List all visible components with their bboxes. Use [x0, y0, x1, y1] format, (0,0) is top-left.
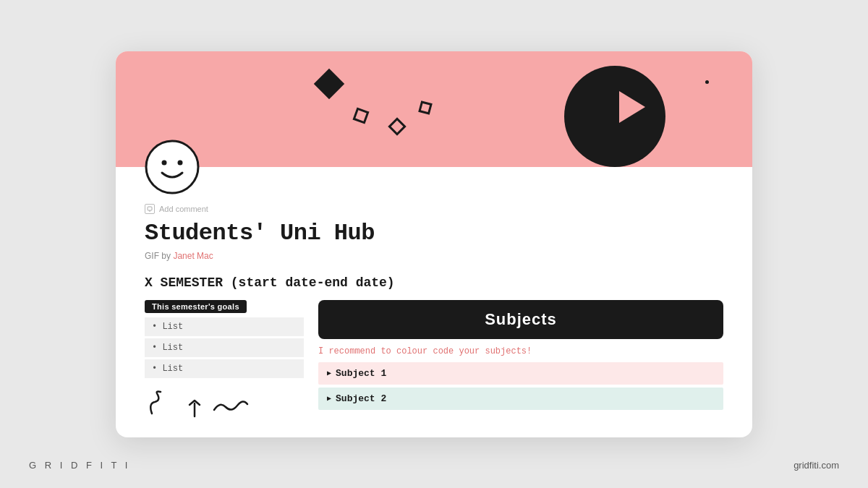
- goals-label: This semester's goals: [145, 300, 247, 313]
- doodle-area: [145, 387, 304, 423]
- subject-arrow-2: ▶: [327, 394, 331, 403]
- banner-triangle: [619, 91, 645, 123]
- gif-author-link[interactable]: Janet Mac: [173, 251, 213, 261]
- list-item: List: [145, 317, 304, 336]
- svg-point-2: [178, 160, 183, 165]
- subject-arrow-1: ▶: [327, 369, 331, 377]
- svg-point-1: [162, 160, 167, 165]
- banner-dot: [705, 80, 709, 84]
- recommend-text: I recommend to colour code your subjects…: [318, 346, 723, 356]
- list-item: List: [145, 359, 304, 378]
- two-column-layout: This semester's goals List List List: [145, 300, 723, 423]
- branding-right: gridfiti.com: [793, 460, 839, 471]
- branding-left: G R I D F I T I: [29, 460, 130, 471]
- doodle-wave: [213, 394, 249, 416]
- page-wrapper: G R I D F I T I gridfiti.com: [0, 0, 868, 488]
- svg-rect-3: [148, 207, 152, 210]
- avatar-area: [116, 140, 752, 198]
- subject-row-1[interactable]: ▶ Subject 1: [318, 362, 723, 385]
- notion-card: Add comment Students' Uni Hub GIF by Jan…: [116, 51, 752, 437]
- banner-square-1: [352, 107, 369, 124]
- doodle-squiggle-1: [145, 389, 176, 421]
- banner-square-2: [388, 117, 406, 135]
- avatar-smiley: [145, 140, 200, 194]
- add-comment-row[interactable]: Add comment: [145, 204, 723, 214]
- gif-label: GIF: [145, 251, 159, 261]
- subject-name-2: Subject 2: [336, 393, 386, 404]
- page-title: Students' Uni Hub: [145, 220, 723, 247]
- right-column: Subjects I recommend to colour code your…: [318, 300, 723, 413]
- doodle-squiggle-2: [184, 389, 205, 421]
- svg-point-0: [146, 141, 198, 193]
- gif-by: by: [161, 251, 171, 261]
- content-area: Add comment Students' Uni Hub GIF by Jan…: [116, 198, 752, 437]
- gif-credit: GIF by Janet Mac: [145, 251, 723, 261]
- list-item: List: [145, 338, 304, 357]
- subject-row-2[interactable]: ▶ Subject 2: [318, 388, 723, 410]
- add-comment-label: Add comment: [159, 205, 208, 213]
- banner-diamond: [314, 68, 344, 98]
- subject-name-1: Subject 1: [336, 368, 386, 379]
- semester-heading: X SEMESTER (start date-end date): [145, 275, 723, 290]
- left-column: This semester's goals List List List: [145, 300, 304, 423]
- banner-square-3: [418, 100, 433, 115]
- subjects-header: Subjects: [318, 300, 723, 339]
- comment-icon: [145, 204, 155, 214]
